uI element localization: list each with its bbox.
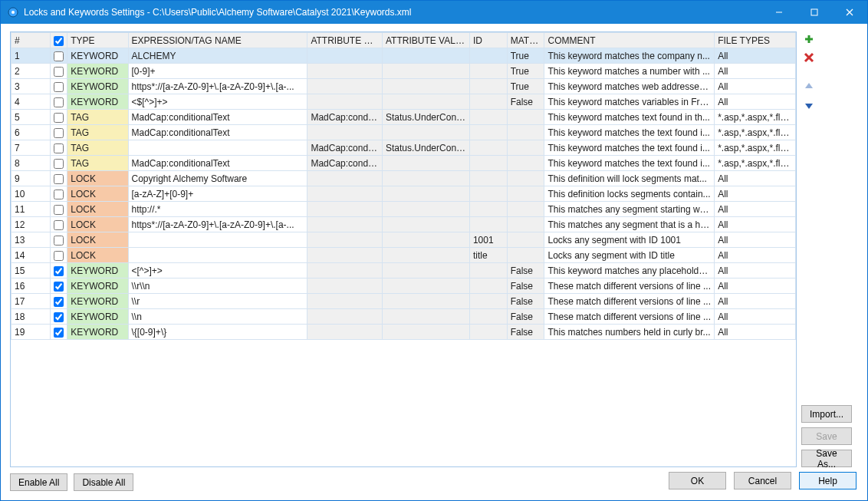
table-row[interactable]: 6TAGMadCap:conditionalTextThis keyword m…	[12, 125, 796, 140]
cell-num[interactable]: 7	[12, 140, 51, 156]
table-row[interactable]: 4KEYWORD<$[^>]+>FalseThis keyword matche…	[12, 94, 796, 110]
disable-all-button[interactable]: Disable All	[74, 473, 133, 491]
row-checkbox[interactable]	[54, 97, 64, 107]
cell-id[interactable]	[469, 79, 507, 94]
cell-attrname[interactable]	[307, 325, 383, 340]
cell-attrname[interactable]: MadCap:condit...	[307, 156, 383, 171]
cell-type[interactable]: KEYWORD	[67, 48, 128, 64]
row-checkbox[interactable]	[54, 328, 64, 338]
row-checkbox[interactable]	[54, 82, 64, 92]
cell-expr[interactable]: ALCHEMY	[128, 48, 307, 64]
cell-match[interactable]: True	[507, 79, 544, 94]
cell-type[interactable]: TAG	[67, 156, 128, 171]
cell-attrname[interactable]	[307, 294, 383, 309]
cell-attrname[interactable]	[307, 309, 383, 325]
cell-check[interactable]	[50, 202, 67, 217]
cell-comment[interactable]: This matches any segment that is a htt..…	[544, 217, 715, 232]
cell-match[interactable]	[507, 217, 544, 232]
cell-id[interactable]	[469, 309, 507, 325]
cell-filetypes[interactable]: All	[715, 202, 796, 217]
row-checkbox[interactable]	[54, 266, 64, 276]
cell-expr[interactable]: \\n	[128, 309, 307, 325]
cell-expr[interactable]: <$[^>]+>	[128, 94, 307, 110]
cell-id[interactable]	[469, 186, 507, 202]
cell-filetypes[interactable]: All	[715, 294, 796, 309]
cell-attrname[interactable]: MadCap:condit...	[307, 140, 383, 156]
cell-attrval[interactable]	[383, 309, 470, 325]
row-checkbox[interactable]	[54, 282, 64, 292]
cell-num[interactable]: 12	[12, 217, 51, 232]
cell-comment[interactable]: These match different versions of line .…	[544, 309, 715, 325]
cell-attrval[interactable]	[383, 294, 470, 309]
cell-match[interactable]: False	[507, 325, 544, 340]
cell-id[interactable]	[469, 325, 507, 340]
cell-attrval[interactable]	[383, 217, 470, 232]
cell-attrval[interactable]	[383, 263, 470, 279]
cell-expr[interactable]: [0-9]+	[128, 64, 307, 79]
cell-check[interactable]	[50, 232, 67, 248]
cell-filetypes[interactable]: All	[715, 309, 796, 325]
cell-attrval[interactable]: Status.UnderConstr...	[383, 110, 470, 125]
move-up-button[interactable]	[801, 79, 817, 94]
row-checkbox[interactable]	[54, 128, 64, 138]
cell-expr[interactable]: http://.*	[128, 202, 307, 217]
cell-attrval[interactable]	[383, 79, 470, 94]
cell-id[interactable]	[469, 294, 507, 309]
header-attrval[interactable]: ATTRIBUTE VALUE	[383, 33, 470, 48]
cell-expr[interactable]	[128, 140, 307, 156]
cell-match[interactable]	[507, 171, 544, 186]
cell-attrval[interactable]	[383, 94, 470, 110]
cell-attrname[interactable]	[307, 186, 383, 202]
row-checkbox[interactable]	[54, 174, 64, 184]
cell-match[interactable]	[507, 232, 544, 248]
cell-comment[interactable]: This keyword matches the company n...	[544, 48, 715, 64]
cell-expr[interactable]: \{[0-9]+\}	[128, 325, 307, 340]
cell-attrval[interactable]	[383, 248, 470, 263]
cell-expr[interactable]	[128, 232, 307, 248]
cell-id[interactable]	[469, 279, 507, 294]
cell-type[interactable]: LOCK	[67, 202, 128, 217]
cell-expr[interactable]: MadCap:conditionalText	[128, 125, 307, 140]
table-row[interactable]: 19KEYWORD\{[0-9]+\}FalseThis matches num…	[12, 325, 796, 340]
cell-comment[interactable]: This definition locks segments contain..…	[544, 186, 715, 202]
header-row[interactable]: # TYPE EXPRESSION/TAG NAME ATTRIBUTE NA.…	[12, 33, 796, 48]
header-id[interactable]: ID	[469, 33, 507, 48]
cell-filetypes[interactable]: All	[715, 263, 796, 279]
table-row[interactable]: 2KEYWORD[0-9]+TrueThis keyword matches a…	[12, 64, 796, 79]
add-row-button[interactable]	[801, 31, 817, 47]
cell-attrval[interactable]	[383, 186, 470, 202]
cell-match[interactable]: False	[507, 279, 544, 294]
cell-attrval[interactable]	[383, 48, 470, 64]
cell-num[interactable]: 9	[12, 171, 51, 186]
cell-filetypes[interactable]: *.asp,*.aspx,*.flms...	[715, 156, 796, 171]
cell-id[interactable]	[469, 110, 507, 125]
cell-check[interactable]	[50, 263, 67, 279]
cell-filetypes[interactable]: All	[715, 248, 796, 263]
cell-num[interactable]: 8	[12, 156, 51, 171]
cell-attrname[interactable]	[307, 94, 383, 110]
cell-check[interactable]	[50, 94, 67, 110]
cell-attrval[interactable]	[383, 232, 470, 248]
cell-match[interactable]: True	[507, 64, 544, 79]
cell-check[interactable]	[50, 48, 67, 64]
table-row[interactable]: 16KEYWORD\\r\\nFalseThese match differen…	[12, 279, 796, 294]
row-checkbox[interactable]	[54, 251, 64, 261]
cell-attrval[interactable]: Status.UnderConstr...	[383, 140, 470, 156]
cell-filetypes[interactable]: All	[715, 186, 796, 202]
table-row[interactable]: 18KEYWORD\\nFalseThese match different v…	[12, 309, 796, 325]
cell-comment[interactable]: This keyword matches variables in Fra...	[544, 94, 715, 110]
cell-num[interactable]: 1	[12, 48, 51, 64]
cell-num[interactable]: 10	[12, 186, 51, 202]
cell-comment[interactable]: This matches numbers held in curly br...	[544, 325, 715, 340]
cell-id[interactable]	[469, 94, 507, 110]
header-expr[interactable]: EXPRESSION/TAG NAME	[128, 33, 307, 48]
row-checkbox[interactable]	[54, 312, 64, 322]
minimize-button[interactable]	[761, 1, 797, 24]
row-checkbox[interactable]	[54, 205, 64, 215]
cell-type[interactable]: KEYWORD	[67, 64, 128, 79]
cell-expr[interactable]	[128, 248, 307, 263]
cell-filetypes[interactable]: All	[715, 217, 796, 232]
cell-expr[interactable]: MadCap:conditionalText	[128, 110, 307, 125]
cell-type[interactable]: TAG	[67, 110, 128, 125]
cell-filetypes[interactable]: All	[715, 94, 796, 110]
